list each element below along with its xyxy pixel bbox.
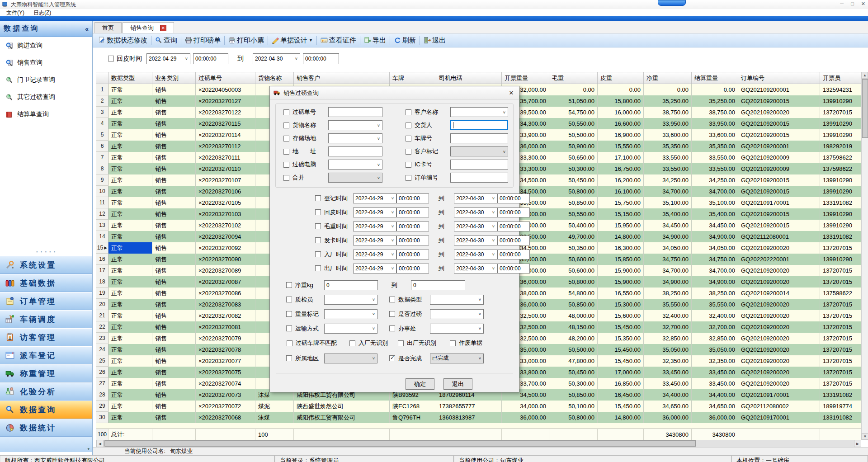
- table-cell[interactable]: 16,450.00: [598, 389, 644, 401]
- table-cell[interactable]: 133191082: [820, 412, 861, 423]
- table-cell[interactable]: 32,850.00: [692, 333, 738, 344]
- module-button-数据统计[interactable]: 数据统计: [0, 419, 92, 437]
- time-to-登记时间[interactable]: 00:00:00: [497, 193, 530, 203]
- combo-是否完成[interactable]: 已完成∨: [430, 354, 484, 363]
- checkbox-登记时间[interactable]: [315, 195, 321, 201]
- table-cell[interactable]: 36,000.00: [644, 412, 692, 423]
- menu-item[interactable]: 文件(Y): [3, 9, 28, 16]
- table-cell[interactable]: 正常: [108, 141, 152, 152]
- menu-item[interactable]: 日志(Z): [30, 9, 55, 16]
- table-cell[interactable]: 35,100.00: [644, 197, 692, 208]
- table-cell[interactable]: 17: [96, 265, 108, 276]
- checkbox-存储场地[interactable]: [283, 136, 289, 141]
- table-cell[interactable]: ×202203270072: [196, 401, 255, 412]
- table-cell[interactable]: 50,600.00: [549, 254, 598, 265]
- table-cell[interactable]: 50,450.00: [549, 174, 598, 186]
- tab-销售查询[interactable]: 销售查询✕: [123, 22, 174, 33]
- table-cell[interactable]: GQ202109200020: [738, 355, 820, 367]
- table-cell[interactable]: 35,100.00: [692, 197, 738, 208]
- table-cell[interactable]: 137207015: [820, 321, 861, 333]
- date-to-毛重时间[interactable]: 2022-04-30∨: [454, 222, 497, 231]
- module-button-车辆调度[interactable]: 车辆调度: [0, 310, 92, 328]
- table-cell[interactable]: 34,450.00: [692, 220, 738, 231]
- table-cell[interactable]: 销售: [152, 378, 196, 389]
- table-cell[interactable]: 销售: [152, 174, 196, 186]
- table-cell[interactable]: 137207015: [820, 333, 861, 344]
- toolbar-button-查询[interactable]: 查询: [152, 35, 180, 46]
- table-cell[interactable]: 15,850.00: [598, 254, 644, 265]
- table-cell[interactable]: 正常: [108, 129, 152, 141]
- table-cell[interactable]: 50,400.00: [549, 220, 598, 231]
- table-cell[interactable]: 33,550.00: [644, 152, 692, 163]
- field-车牌号[interactable]: [450, 133, 508, 143]
- table-cell[interactable]: 销售: [152, 299, 196, 310]
- table-cell[interactable]: 正常: [108, 220, 152, 231]
- table-cell[interactable]: 正常: [108, 367, 152, 378]
- module-button-数据查询[interactable]: 数据查询: [0, 401, 92, 419]
- table-cell[interactable]: GQ202109200015: [738, 186, 820, 197]
- table-cell[interactable]: 12: [96, 208, 108, 220]
- table-cell[interactable]: 139910290: [820, 118, 861, 129]
- scroll-down-icon[interactable]: ▼: [862, 433, 868, 440]
- scrollbar-thumb[interactable]: [862, 79, 868, 138]
- table-cell[interactable]: 15,450.00: [598, 344, 644, 355]
- table-cell[interactable]: 32,850.00: [644, 333, 692, 344]
- table-cell[interactable]: 50,550.00: [549, 208, 598, 220]
- table-row[interactable]: 30正常销售×202203270068沫煤咸阳伟权工贸有限公司鲁Q796TH13…: [96, 412, 861, 423]
- table-cell[interactable]: 2: [96, 95, 108, 107]
- table-cell[interactable]: ×202203270086: [196, 288, 255, 299]
- table-cell[interactable]: 27: [96, 378, 108, 389]
- table-cell[interactable]: GQ202109200020: [738, 265, 820, 276]
- module-button-派车登记[interactable]: 派车登记: [0, 346, 92, 364]
- sidebar-item-销售查询[interactable]: 销售查询: [0, 54, 92, 71]
- table-cell[interactable]: 50,350.00: [549, 242, 598, 254]
- table-cell[interactable]: GQ202109200020: [738, 321, 820, 333]
- table-cell[interactable]: ×202203270092: [196, 242, 255, 254]
- table-cell[interactable]: GQ202109200001: [738, 84, 820, 95]
- table-cell[interactable]: 38,750.00: [644, 107, 692, 118]
- table-cell[interactable]: 9: [96, 174, 108, 186]
- table-cell[interactable]: 鲁Q796TH: [390, 412, 436, 423]
- table-cell[interactable]: ×202203270114: [196, 129, 255, 141]
- time-from-发卡时间[interactable]: 00:00:00: [396, 236, 429, 245]
- table-cell[interactable]: 33,600.00: [644, 129, 692, 141]
- table-cell[interactable]: 48,150.00: [549, 321, 598, 333]
- table-cell[interactable]: 正常: [108, 95, 152, 107]
- table-cell[interactable]: 销售: [152, 389, 196, 401]
- table-cell[interactable]: 139910290: [820, 95, 861, 107]
- table-cell[interactable]: 34,400.00: [692, 389, 738, 401]
- table-cell[interactable]: 17382655777: [436, 401, 502, 412]
- table-cell[interactable]: 正常: [108, 118, 152, 129]
- table-cell[interactable]: ×202203270127: [196, 95, 255, 107]
- table-cell[interactable]: 137207015: [820, 367, 861, 378]
- time-from-毛重时间[interactable]: 00:00:00: [396, 222, 429, 231]
- table-cell[interactable]: 14,800.00: [598, 412, 644, 423]
- table-cell[interactable]: 18: [96, 276, 108, 288]
- table-cell[interactable]: 51,050.00: [549, 95, 598, 107]
- table-cell[interactable]: 189919774: [820, 401, 861, 412]
- checkbox-所属地区[interactable]: [286, 355, 292, 361]
- column-header-皮重[interactable]: 皮重: [598, 72, 644, 84]
- table-cell[interactable]: ×202203270115: [196, 118, 255, 129]
- table-cell[interactable]: ×202203270068: [196, 412, 255, 423]
- table-cell[interactable]: 50,100.00: [549, 401, 598, 412]
- combo-办事处[interactable]: ∨: [430, 324, 484, 334]
- table-cell[interactable]: 23: [96, 333, 108, 344]
- combo-数据类型[interactable]: ∨: [430, 295, 484, 305]
- column-header-过磅单号[interactable]: 过磅单号: [196, 72, 255, 84]
- table-cell[interactable]: ×202203270079: [196, 333, 255, 344]
- table-cell[interactable]: 17,000.00: [598, 367, 644, 378]
- table-cell[interactable]: 正常: [108, 401, 152, 412]
- toolbar-button-打印小票[interactable]: 打印小票: [226, 35, 267, 46]
- table-cell[interactable]: GQ202109200020: [738, 344, 820, 355]
- checkbox-回皮时间[interactable]: [315, 209, 321, 215]
- table-cell[interactable]: 7: [96, 152, 108, 163]
- table-cell[interactable]: ×202203270077: [196, 355, 255, 367]
- table-cell[interactable]: 133191082: [820, 197, 861, 208]
- table-cell[interactable]: 15,800.00: [598, 95, 644, 107]
- table-cell[interactable]: ×202203270107: [196, 174, 255, 186]
- table-cell[interactable]: GQ202109200020: [738, 299, 820, 310]
- table-cell[interactable]: 137598622: [820, 152, 861, 163]
- checkbox-毛重时间[interactable]: [315, 223, 321, 229]
- table-cell[interactable]: 32,700.00: [692, 321, 738, 333]
